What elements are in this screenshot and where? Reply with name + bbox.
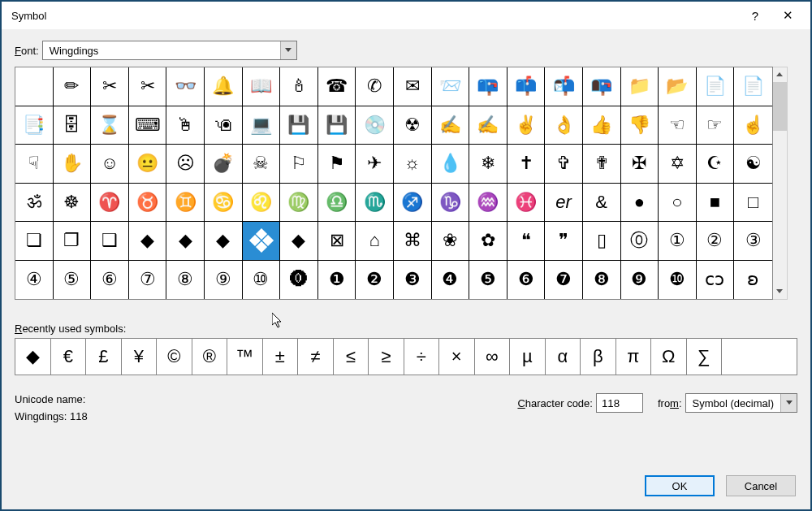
font-dropdown-arrow[interactable] xyxy=(280,41,296,59)
symbol-cell[interactable]: ⌨ xyxy=(129,106,167,145)
symbol-cell[interactable]: 🖲 xyxy=(205,106,243,145)
symbol-cell[interactable]: ◆ xyxy=(280,222,318,261)
symbol-cell[interactable]: ⊠ xyxy=(318,222,356,261)
symbol-cell[interactable]: ☢ xyxy=(394,106,432,145)
ok-button[interactable]: OK xyxy=(645,475,715,496)
recent-symbol-cell[interactable]: € xyxy=(51,339,87,375)
recent-symbol-cell[interactable]: µ xyxy=(510,339,546,375)
close-button[interactable]: ✕ xyxy=(771,3,804,28)
symbol-cell[interactable]: 🕯 xyxy=(280,67,318,106)
symbol-cell[interactable]: ✂ xyxy=(91,67,129,106)
recent-symbol-cell[interactable] xyxy=(722,339,797,375)
recent-symbol-cell[interactable]: β xyxy=(581,339,616,375)
symbol-cell[interactable]: 📂 xyxy=(659,67,697,106)
symbol-cell[interactable]: ☟ xyxy=(15,145,54,184)
symbol-cell[interactable]: ❶ xyxy=(318,261,356,300)
symbol-cell[interactable]: 📨 xyxy=(432,67,470,106)
symbol-cell[interactable]: & xyxy=(583,184,621,223)
scroll-down-button[interactable] xyxy=(773,284,787,299)
symbol-cell[interactable]: ▯ xyxy=(583,222,621,261)
symbol-cell[interactable]: ✡ xyxy=(659,145,697,184)
symbol-cell[interactable]: ✍ xyxy=(432,106,470,145)
symbol-cell[interactable]: ✈ xyxy=(356,145,394,184)
recent-symbol-cell[interactable]: £ xyxy=(86,339,122,375)
from-dropdown-arrow[interactable] xyxy=(780,394,797,412)
symbol-cell[interactable]: ❸ xyxy=(394,261,432,300)
symbol-cell[interactable]: ☜ xyxy=(659,106,697,145)
symbol-cell[interactable]: ✂ xyxy=(129,67,167,106)
recent-grid[interactable]: ◆€£¥©®™±≠≤≥÷×∞µαβπΩ∑ xyxy=(15,338,797,375)
symbol-cell[interactable]: 💾 xyxy=(318,106,356,145)
recent-symbol-cell[interactable]: ÷ xyxy=(404,339,440,375)
symbol-cell[interactable]: ❿ xyxy=(659,261,697,300)
symbol-cell[interactable]: ☸ xyxy=(54,184,92,223)
symbol-cell[interactable]: ⑨ xyxy=(205,261,243,300)
scroll-thumb[interactable] xyxy=(773,82,787,131)
symbol-cell[interactable]: 🖱 xyxy=(166,106,205,145)
symbol-cell[interactable]: ⚐ xyxy=(280,145,318,184)
symbol-cell[interactable]: 💿 xyxy=(356,106,394,145)
symbol-cell[interactable]: ✟ xyxy=(583,145,621,184)
symbol-cell[interactable]: ◆ xyxy=(205,222,243,261)
symbol-cell[interactable]: ☪ xyxy=(697,145,735,184)
symbol-grid[interactable]: ✏✂✂👓🔔📖🕯☎✆✉📨📪📫📬📭📁📂📄📄📑🗄⌛⌨🖱🖲💻💾💾💿☢✍✍✌👌👍👎☜☞☝☟… xyxy=(15,67,773,300)
symbol-cell[interactable]: ☼ xyxy=(394,145,432,184)
symbol-cell[interactable]: ⑦ xyxy=(129,261,167,300)
symbol-cell[interactable] xyxy=(15,67,54,106)
recent-symbol-cell[interactable]: ≠ xyxy=(298,339,334,375)
symbol-cell[interactable]: ❽ xyxy=(583,261,621,300)
symbol-cell[interactable]: ❄ xyxy=(469,145,508,184)
symbol-cell[interactable]: ☎ xyxy=(318,67,356,106)
symbol-cell[interactable]: ❑ xyxy=(91,222,129,261)
symbol-cell[interactable]: ♉ xyxy=(129,184,167,223)
symbol-cell[interactable]: 💣 xyxy=(205,145,243,184)
symbol-cell[interactable]: 👍 xyxy=(583,106,621,145)
symbol-cell[interactable]: ☠ xyxy=(243,145,281,184)
scroll-up-button[interactable] xyxy=(773,67,787,82)
recent-symbol-cell[interactable]: ∑ xyxy=(687,339,723,375)
symbol-cell[interactable]: ♌ xyxy=(243,184,281,223)
symbol-cell[interactable]: ② xyxy=(697,222,735,261)
recent-symbol-cell[interactable]: ® xyxy=(192,339,228,375)
symbol-cell[interactable]: ♊ xyxy=(166,184,205,223)
symbol-cell[interactable]: ♋ xyxy=(205,184,243,223)
symbol-cell[interactable]: ✝ xyxy=(508,145,546,184)
symbol-cell[interactable]: ♑ xyxy=(432,184,470,223)
symbol-cell[interactable]: ❀ xyxy=(432,222,470,261)
recent-symbol-cell[interactable]: ≤ xyxy=(334,339,369,375)
symbol-cell[interactable]: 📭 xyxy=(583,67,621,106)
symbol-cell[interactable]: ○ xyxy=(659,184,697,223)
symbol-cell[interactable]: ④ xyxy=(15,261,54,300)
symbol-cell[interactable]: ᴄᴐ xyxy=(697,261,735,300)
symbol-cell[interactable]: ✆ xyxy=(356,67,394,106)
symbol-cell[interactable]: ● xyxy=(621,184,659,223)
symbol-cell[interactable]: 📖 xyxy=(243,67,281,106)
symbol-cell[interactable]: ☺ xyxy=(91,145,129,184)
symbol-cell[interactable]: 📪 xyxy=(469,67,508,106)
symbol-cell[interactable]: ॐ xyxy=(15,184,54,223)
recent-symbol-cell[interactable]: ◆ xyxy=(15,339,51,375)
symbol-cell[interactable]: 📫 xyxy=(508,67,546,106)
recent-symbol-cell[interactable]: © xyxy=(157,339,192,375)
symbol-cell[interactable]: ❺ xyxy=(469,261,508,300)
symbol-cell[interactable]: ❝ xyxy=(508,222,546,261)
symbol-cell[interactable]: ☹ xyxy=(166,145,205,184)
symbol-cell[interactable]: ✍ xyxy=(469,106,508,145)
symbol-cell[interactable]: 📄 xyxy=(697,67,735,106)
symbol-cell[interactable]: ☯ xyxy=(734,145,772,184)
symbol-cell[interactable]: ◆ xyxy=(166,222,205,261)
symbol-cell[interactable]: 🔔 xyxy=(205,67,243,106)
symbol-cell[interactable]: ⑥ xyxy=(91,261,129,300)
symbol-cell[interactable]: ♐ xyxy=(394,184,432,223)
symbol-cell[interactable]: □ xyxy=(734,184,772,223)
grid-scrollbar[interactable] xyxy=(773,67,788,300)
from-dropdown[interactable]: Symbol (decimal) xyxy=(685,393,797,413)
symbol-cell[interactable] xyxy=(243,222,281,261)
symbol-cell[interactable]: 📄 xyxy=(734,67,772,106)
symbol-cell[interactable]: ① xyxy=(659,222,697,261)
symbol-cell[interactable]: er xyxy=(545,184,583,223)
symbol-cell[interactable]: ❼ xyxy=(545,261,583,300)
recent-symbol-cell[interactable]: ¥ xyxy=(122,339,158,375)
symbol-cell[interactable]: ⑧ xyxy=(166,261,205,300)
symbol-cell[interactable]: ☝ xyxy=(734,106,772,145)
